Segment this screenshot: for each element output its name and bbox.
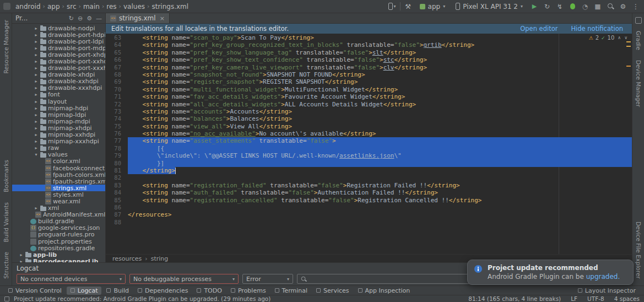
tree-item-drawable-port-xhdpi[interactable]: ▸drawable-port-xhdpi bbox=[12, 51, 105, 58]
chevron-right-icon[interactable]: ▸ bbox=[34, 92, 39, 97]
toolwindow-device-manager[interactable]: Device Manager bbox=[635, 60, 642, 107]
code-line-70[interactable]: 70 <string name="multi_functional_widget… bbox=[106, 86, 632, 93]
tree-item-google-services-json[interactable]: google-services.json bbox=[12, 225, 105, 231]
tree-item-app-lib[interactable]: ▸app-lib bbox=[12, 251, 105, 258]
chevron-right-icon[interactable]: ▸ bbox=[34, 26, 39, 31]
toolwindow-bookmarks[interactable]: Bookmarks bbox=[3, 160, 9, 192]
tree-item-drawable-port-ldpi[interactable]: ▸drawable-port-ldpi bbox=[12, 38, 105, 45]
tree-item-drawable-port-hdpi[interactable]: ▸drawable-port-hdpi bbox=[12, 31, 105, 38]
chevron-right-icon[interactable]: ▸ bbox=[34, 46, 39, 51]
tree-item-drawable-xxxhdpi[interactable]: ▸drawable-xxxhdpi bbox=[12, 85, 105, 91]
inspections-widget[interactable]: ⚠ 2 ✓ 10 ∧ ∨ bbox=[589, 35, 627, 41]
tree-item-repositories-gradle[interactable]: repositories.gradle bbox=[12, 245, 105, 251]
code-line-84[interactable]: 84 <string name="auth_failed" translatab… bbox=[106, 189, 632, 196]
breadcrumb-item-values[interactable]: values bbox=[122, 3, 147, 10]
breadcrumb-item-src[interactable]: src bbox=[65, 3, 78, 10]
device-select[interactable]: Pixel XL API 31 2▾ bbox=[452, 2, 527, 11]
chevron-right-icon[interactable]: ▸ bbox=[34, 206, 39, 211]
editor-breadcrumb-resources[interactable]: resources bbox=[112, 255, 142, 262]
profiler-button[interactable]: ◔ bbox=[580, 2, 590, 12]
tree-item-drawable-port-xxhdpi[interactable]: ▸drawable-port-xxhdpi bbox=[12, 58, 105, 64]
code-line-86[interactable]: 86 bbox=[106, 204, 632, 211]
toolwindow-button-terminal[interactable]: Terminal bbox=[271, 287, 312, 295]
chevron-right-icon[interactable]: ▸ bbox=[34, 33, 39, 37]
breadcrumb-item-main[interactable]: main bbox=[82, 3, 101, 10]
next-issue-icon[interactable]: ∨ bbox=[624, 35, 627, 40]
tree-item-xml[interactable]: ▸xml bbox=[12, 205, 105, 212]
status-caret-position[interactable]: 81:14 (165 chars, 4 line breaks) bbox=[468, 295, 561, 302]
tree-item-mipmap-xxxhdpi[interactable]: ▸mipmap-xxxhdpi bbox=[12, 138, 105, 145]
debug-button[interactable] bbox=[567, 2, 577, 12]
notifications-icon[interactable] bbox=[635, 17, 642, 24]
chevron-right-icon[interactable]: ▸ bbox=[34, 72, 39, 77]
tree-item-drawable-port-xxxhdpi[interactable]: ▸drawable-port-xxxhdpi bbox=[12, 65, 105, 72]
chevron-right-icon[interactable]: ▸ bbox=[34, 79, 39, 84]
breadcrumb-item-android[interactable]: android bbox=[14, 3, 42, 10]
project-panel-title[interactable]: Pr... bbox=[15, 14, 28, 22]
tree-item-drawable-port-mdpi[interactable]: ▸drawable-port-mdpi bbox=[12, 45, 105, 51]
device-manager-dropdown[interactable]: ▾ bbox=[387, 2, 397, 12]
apply-code-changes-button[interactable]: ↯ bbox=[555, 2, 565, 12]
toolwindow-gradle[interactable]: Gradle bbox=[635, 31, 642, 50]
tab-strings-xml[interactable]: strings.xml × bbox=[106, 13, 170, 23]
toolwindow-button-layout-inspector[interactable]: Layout Inspector bbox=[574, 287, 640, 295]
chevron-down-icon[interactable]: ▾ bbox=[34, 152, 39, 157]
tree-item-facebookconnect-xml[interactable]: facebookconnect.xml bbox=[12, 165, 105, 171]
code-line-85[interactable]: 85 <string name="registration_cancelled"… bbox=[106, 197, 632, 204]
logcat-filter-no-connected-devices[interactable]: No connected devices▾ bbox=[17, 274, 126, 284]
chevron-right-icon[interactable]: ▸ bbox=[34, 112, 39, 117]
code-line-88[interactable]: 88 bbox=[106, 219, 632, 226]
toolwindow-resource-manager[interactable]: Resource Manager bbox=[3, 20, 9, 74]
tree-item-project-properties[interactable]: project.properties bbox=[12, 238, 105, 245]
toolwindow-device-file-explorer[interactable]: Device File Explorer bbox=[635, 222, 642, 279]
code-line-77[interactable]: 77 <string name="asset_statements" trans… bbox=[106, 137, 632, 144]
chevron-right-icon[interactable]: ▸ bbox=[34, 145, 39, 150]
status-line-separator[interactable]: LF bbox=[571, 295, 577, 302]
chevron-right-icon[interactable]: ▸ bbox=[34, 39, 39, 44]
tree-item-barcodescannerlib[interactable]: ▸BarcodescannerLib bbox=[12, 258, 105, 262]
status-message[interactable]: Project update recommended: Android Grad… bbox=[14, 295, 270, 302]
refresh-icon[interactable]: ↻ bbox=[69, 15, 74, 22]
toolwindow-button-problems[interactable]: Problems bbox=[227, 287, 270, 295]
code-line-74[interactable]: 74 <string name="balances">Balances</str… bbox=[106, 115, 632, 122]
chevron-right-icon[interactable]: ▸ bbox=[19, 252, 24, 257]
code-line-68[interactable]: 68 <string name="snapshot_not_found">SNA… bbox=[106, 71, 632, 78]
tree-item-drawable-xhdpi[interactable]: ▸drawable-xhdpi bbox=[12, 72, 105, 78]
tree-item-androidmanifest-xml[interactable]: AndroidManifest.xml bbox=[12, 212, 105, 218]
logcat-filter-no-debuggable-processes[interactable]: No debuggable processes▾ bbox=[129, 274, 239, 284]
toolwindow-switcher-icon[interactable] bbox=[4, 296, 9, 301]
editor-breadcrumb-string[interactable]: string bbox=[151, 255, 169, 262]
chevron-right-icon[interactable]: ▸ bbox=[34, 66, 39, 71]
tree-item-fpauth-strings-xml[interactable]: fpauth-strings.xml bbox=[12, 178, 105, 185]
tree-item-fpauth-colors-xml[interactable]: fpauth-colors.xml bbox=[12, 171, 105, 178]
chevron-right-icon[interactable]: ▸ bbox=[34, 139, 39, 144]
tree-item-mipmap-hdpi[interactable]: ▸mipmap-hdpi bbox=[12, 105, 105, 111]
toolwindow-button-dependencies[interactable]: Dependencies bbox=[134, 287, 192, 295]
tree-item-styles-xml[interactable]: styles.xml bbox=[12, 191, 105, 198]
chevron-right-icon[interactable]: ▸ bbox=[34, 52, 39, 57]
toolwindow-button-app-inspection[interactable]: App Inspection bbox=[354, 287, 414, 295]
build-hammer-button[interactable]: ⚒ bbox=[403, 2, 413, 12]
tree-item-mipmap-xhdpi[interactable]: ▸mipmap-xhdpi bbox=[12, 125, 105, 131]
toolwindow-structure[interactable]: Structure bbox=[3, 252, 9, 279]
tree-item-build-gradle[interactable]: build.gradle bbox=[12, 218, 105, 225]
more-actions-button[interactable]: ⋮ bbox=[631, 2, 641, 12]
chevron-right-icon[interactable]: ▸ bbox=[34, 132, 39, 137]
upgrade-link[interactable]: upgraded. bbox=[586, 273, 620, 281]
tree-item-font[interactable]: ▸font bbox=[12, 91, 105, 98]
toolwindow-button-version-control[interactable]: Version Control bbox=[4, 287, 66, 295]
tree-item-mipmap-xxhdpi[interactable]: ▸mipmap-xxhdpi bbox=[12, 132, 105, 138]
code-line-80[interactable]: 80 }] bbox=[106, 160, 632, 167]
tree-item-mipmap-ldpi[interactable]: ▸mipmap-ldpi bbox=[12, 111, 105, 118]
breadcrumb-item-res[interactable]: res bbox=[105, 3, 118, 10]
code-line-76[interactable]: 76 <string name="no_acc_available">No ac… bbox=[106, 130, 632, 137]
search-everywhere-button[interactable] bbox=[605, 2, 615, 12]
settings-button[interactable]: ⚙ bbox=[618, 2, 628, 12]
code-editor[interactable]: ⚠ 2 ✓ 10 ∧ ∨ 63 <string name="scan_to_pa… bbox=[106, 34, 632, 254]
toolwindow-button-build[interactable]: Build bbox=[102, 287, 133, 295]
close-icon[interactable]: × bbox=[160, 15, 165, 22]
toolwindow-button-services[interactable]: Services bbox=[312, 287, 353, 295]
chevron-right-icon[interactable]: ▸ bbox=[34, 126, 39, 131]
chevron-right-icon[interactable]: ▸ bbox=[34, 119, 39, 124]
code-line-83[interactable]: 83 <string name="registration_failed" tr… bbox=[106, 182, 632, 189]
